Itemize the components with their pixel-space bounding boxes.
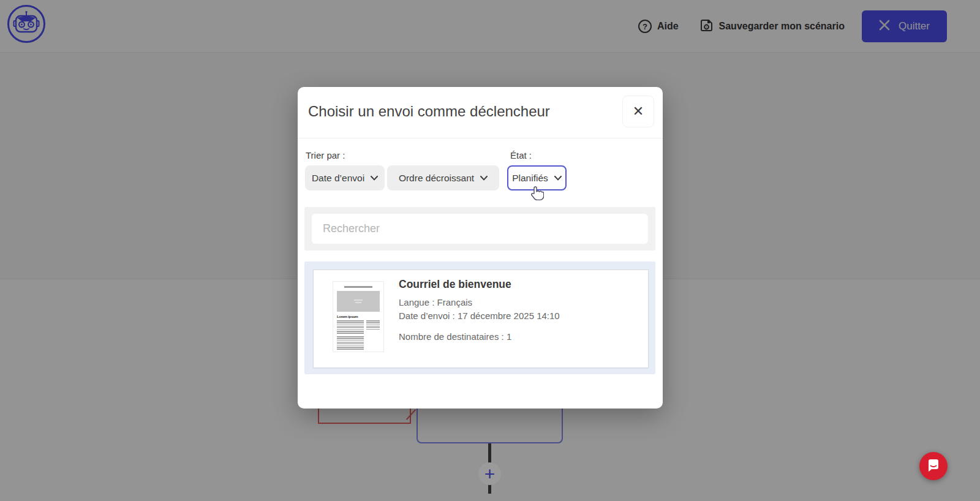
- chevron-down-icon: [371, 176, 378, 181]
- sort-field-value: Date d’envoi: [312, 173, 364, 184]
- chevron-down-icon: [554, 176, 562, 181]
- email-recipients: Nombre de destinataires : 1: [399, 331, 511, 342]
- state-value: Planifiés: [512, 173, 548, 184]
- chat-launcher-button[interactable]: [919, 452, 948, 480]
- email-list-item[interactable]: Lorem ipsum LOGOTYPE Courriel de bienven…: [313, 269, 649, 368]
- email-send-date: Date d’envoi : 17 décembre 2025 14:10: [399, 311, 560, 321]
- modal-header: Choisir un envoi comme déclencheur ✕: [298, 87, 663, 138]
- result-list: Lorem ipsum LOGOTYPE Courriel de bienven…: [304, 262, 655, 374]
- thumbnail-heading: Lorem ipsum: [337, 315, 380, 318]
- state-dropdown[interactable]: Planifiés: [507, 165, 567, 190]
- close-icon: ✕: [633, 104, 644, 119]
- email-language: Langue : Français: [399, 297, 472, 307]
- search-section: [304, 207, 655, 250]
- thumbnail-image-placeholder: [337, 291, 380, 312]
- search-input[interactable]: [312, 214, 648, 244]
- modal-title: Choisir un envoi comme déclencheur: [308, 103, 550, 120]
- email-thumbnail: Lorem ipsum LOGOTYPE: [333, 281, 384, 352]
- chat-bubble-icon: [927, 459, 940, 474]
- modal-close-button[interactable]: ✕: [622, 96, 654, 127]
- sort-order-value: Ordre décroissant: [399, 173, 474, 184]
- sort-field-dropdown[interactable]: Date d’envoi: [305, 165, 385, 190]
- sort-order-dropdown[interactable]: Ordre décroissant: [387, 165, 499, 190]
- state-label: État :: [510, 150, 532, 160]
- sort-by-label: Trier par :: [306, 150, 345, 160]
- choose-send-trigger-modal: Choisir un envoi comme déclencheur ✕ Tri…: [298, 87, 663, 409]
- email-title: Courriel de bienvenue: [399, 278, 511, 291]
- chevron-down-icon: [480, 176, 488, 181]
